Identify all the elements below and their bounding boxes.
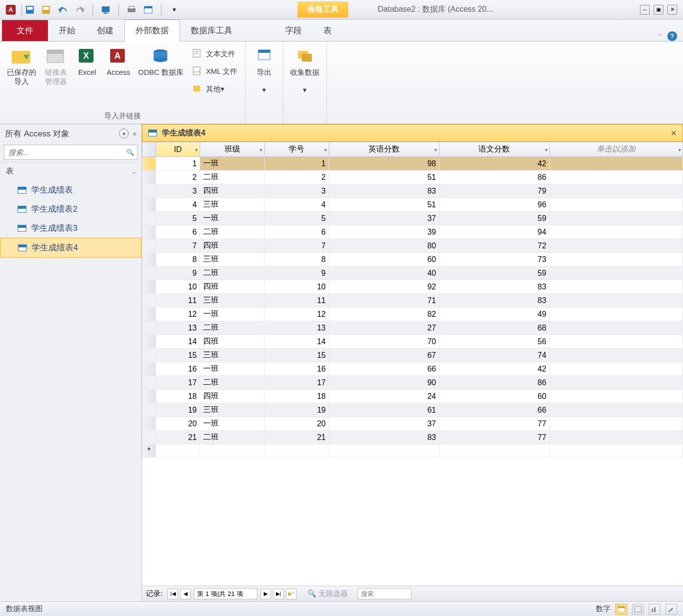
cell-empty[interactable] — [549, 390, 683, 403]
table-row[interactable]: 15三班156774 — [142, 349, 683, 362]
cell-english[interactable]: 83 — [329, 431, 439, 444]
cell-chinese[interactable]: 66 — [439, 403, 549, 417]
datasheet-grid[interactable]: ID▾班级▾学号▾英语分数▾语文分数▾单击以添加▾1一班198422二班2518… — [142, 142, 683, 586]
save-icon[interactable] — [24, 4, 36, 16]
minimize-icon[interactable]: ─ — [640, 5, 650, 15]
cell-chinese[interactable]: 74 — [439, 349, 549, 362]
cell-class[interactable]: 四班 — [200, 239, 265, 253]
cell-chinese[interactable]: 59 — [439, 266, 549, 280]
cell-id[interactable]: 21 — [156, 431, 200, 444]
column-header[interactable]: ID▾ — [156, 142, 200, 157]
cell-class[interactable]: 一班 — [200, 212, 265, 225]
cell-empty[interactable] — [549, 171, 683, 184]
cell-empty[interactable] — [549, 308, 683, 321]
cell-no[interactable]: 8 — [264, 253, 329, 266]
cell-id[interactable]: 9 — [156, 266, 200, 280]
cell-empty[interactable] — [549, 335, 683, 349]
chevron-down-icon[interactable]: ▾ — [119, 129, 129, 138]
cell-class[interactable]: 三班 — [200, 403, 265, 417]
table-row[interactable]: 2二班25186 — [142, 171, 683, 184]
table-row[interactable]: 10四班109283 — [142, 280, 683, 294]
collapse-ribbon-icon[interactable]: ⌃ — [657, 33, 662, 40]
cell-no[interactable]: 10 — [264, 280, 329, 294]
cell-id[interactable]: 13 — [156, 321, 200, 335]
row-selector[interactable] — [142, 294, 156, 308]
record-position-input[interactable] — [194, 588, 257, 599]
row-selector[interactable] — [142, 417, 156, 431]
table-row[interactable]: 17二班179086 — [142, 376, 683, 390]
cell-no[interactable]: 21 — [264, 431, 329, 444]
cell-english[interactable]: 39 — [329, 225, 439, 239]
search-input[interactable] — [4, 145, 123, 159]
cell-class[interactable]: 四班 — [200, 184, 265, 198]
table-row[interactable]: 14四班147056 — [142, 335, 683, 349]
import-odbc-button[interactable]: ODBC 数据库 — [135, 44, 186, 79]
cell-class[interactable]: 三班 — [200, 198, 265, 212]
cell-chinese[interactable]: 96 — [439, 198, 549, 212]
cell-chinese[interactable]: 77 — [439, 417, 549, 431]
cell-no[interactable]: 16 — [264, 362, 329, 376]
row-selector[interactable] — [142, 280, 156, 294]
cell-class[interactable]: 二班 — [200, 171, 265, 184]
column-dropdown-icon[interactable]: ▾ — [434, 147, 437, 152]
cell-empty[interactable] — [549, 280, 683, 294]
cell-id[interactable]: 6 — [156, 225, 200, 239]
cell-class[interactable]: 二班 — [200, 376, 265, 390]
prev-record-icon[interactable]: ◀ — [180, 589, 191, 599]
cell-id[interactable]: 2 — [156, 171, 200, 184]
tab-table[interactable]: 表 — [313, 20, 342, 41]
close-tab-icon[interactable]: × — [671, 128, 677, 139]
cell-class[interactable]: 二班 — [200, 321, 265, 335]
row-selector[interactable] — [142, 376, 156, 390]
pivot-chart-view-icon[interactable] — [649, 604, 660, 615]
column-dropdown-icon[interactable]: ▾ — [195, 147, 198, 152]
restore-icon[interactable]: ▣ — [654, 5, 663, 15]
cell-english[interactable]: 90 — [329, 376, 439, 390]
cell-english[interactable]: 40 — [329, 266, 439, 280]
column-header[interactable]: 班级▾ — [200, 142, 265, 157]
cell-english[interactable]: 66 — [329, 362, 439, 376]
cell-no[interactable]: 6 — [264, 225, 329, 239]
cell-english[interactable]: 80 — [329, 239, 439, 253]
cell-english[interactable]: 82 — [329, 308, 439, 321]
table-row[interactable]: 13二班132768 — [142, 321, 683, 335]
nav-item-table[interactable]: 学生成绩表4 — [0, 238, 141, 258]
row-selector[interactable] — [142, 335, 156, 349]
cell-empty[interactable] — [549, 294, 683, 308]
screen-icon[interactable] — [100, 4, 112, 16]
cell-id[interactable]: 20 — [156, 417, 200, 431]
column-header[interactable]: 学号▾ — [264, 142, 329, 157]
import-text-button[interactable]: 文本文件 — [188, 46, 241, 61]
table-row[interactable]: 16一班166642 — [142, 362, 683, 376]
cell-english[interactable]: 71 — [329, 294, 439, 308]
qat-dropdown-icon[interactable]: ▾ — [168, 4, 180, 16]
redo-icon[interactable] — [74, 4, 86, 16]
table-row[interactable]: 11三班117183 — [142, 294, 683, 308]
row-selector[interactable] — [142, 225, 156, 239]
cell-no[interactable]: 1 — [264, 157, 329, 171]
cell-chinese[interactable]: 73 — [439, 253, 549, 266]
cell-empty[interactable] — [549, 225, 683, 239]
new-record-icon[interactable]: ▶* — [286, 589, 296, 599]
print-icon[interactable] — [126, 4, 137, 16]
cell-chinese[interactable]: 59 — [439, 212, 549, 225]
row-selector[interactable] — [142, 431, 156, 444]
cell-empty[interactable] — [549, 376, 683, 390]
column-dropdown-icon[interactable]: ▾ — [260, 147, 262, 152]
cell-id[interactable]: 7 — [156, 239, 200, 253]
cell-english[interactable]: 51 — [329, 171, 439, 184]
document-tab[interactable]: 学生成绩表4 × — [142, 124, 683, 142]
row-selector[interactable] — [142, 239, 156, 253]
cell-chinese[interactable]: 86 — [439, 171, 549, 184]
table-row[interactable]: 1一班19842 — [142, 157, 683, 171]
tab-external-data[interactable]: 外部数据 — [124, 20, 180, 42]
row-selector[interactable] — [142, 198, 156, 212]
cell-class[interactable]: 二班 — [200, 225, 265, 239]
cell-english[interactable]: 61 — [329, 403, 439, 417]
cell-chinese[interactable]: 42 — [439, 157, 549, 171]
table-row[interactable]: 3四班38379 — [142, 184, 683, 198]
export-button[interactable]: 导出▾ — [250, 44, 279, 96]
row-selector[interactable] — [142, 308, 156, 321]
row-selector[interactable] — [142, 266, 156, 280]
cell-empty[interactable] — [549, 212, 683, 225]
